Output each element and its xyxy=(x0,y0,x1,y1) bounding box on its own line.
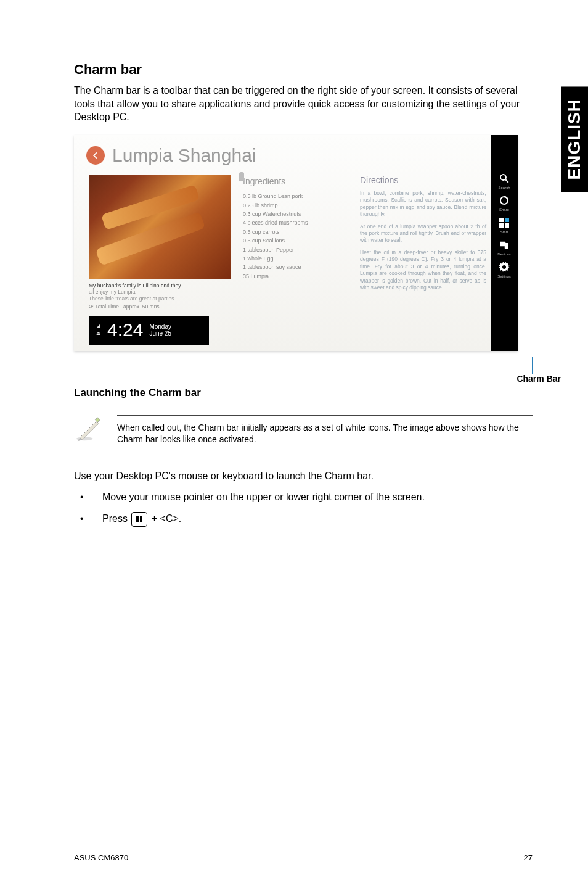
clock-day: Monday xyxy=(149,323,171,330)
ingredient-item: 4 pieces dried mushrooms xyxy=(243,218,348,227)
ingredient-item: 0.5 cup carrots xyxy=(243,228,348,236)
signal-icon: ◢ xyxy=(96,324,101,329)
ingredient-item: 0.25 lb shrimp xyxy=(243,201,348,210)
charm-devices[interactable]: Devices xyxy=(497,239,510,256)
clock-time: 4:24 xyxy=(107,320,143,340)
callout-line xyxy=(532,357,533,374)
photo-caption: My husband's family is Filipino and they… xyxy=(89,283,231,302)
ingredient-item: 0.5 cup Scallions xyxy=(243,236,348,245)
note-pencil-icon xyxy=(74,415,102,446)
intro-paragraph: The Charm bar is a toolbar that can be t… xyxy=(74,84,533,124)
recipe-photo xyxy=(89,175,231,279)
recipe-title: Lumpia Shanghai xyxy=(112,145,256,166)
subheading: Launching the Charm bar xyxy=(74,387,533,399)
pin-icon xyxy=(239,172,244,181)
charm-start[interactable]: Start xyxy=(498,217,510,234)
callout-label: Charm Bar xyxy=(517,374,561,384)
charm-settings[interactable]: Settings xyxy=(497,261,511,278)
share-icon xyxy=(498,194,510,207)
bullet-item: Press + <C>. xyxy=(78,511,533,527)
charm-share[interactable]: Share xyxy=(498,194,510,212)
direction-step: In a bowl, combine pork, shrimp, water-c… xyxy=(360,190,486,218)
ingredient-item: 0.3 cup Waterchestnuts xyxy=(243,210,348,218)
language-tab: ENGLISH xyxy=(561,86,588,192)
section-heading: Charm bar xyxy=(74,62,533,78)
ingredient-item: 1 whole Egg xyxy=(243,254,348,263)
back-icon[interactable] xyxy=(86,146,105,165)
start-icon xyxy=(498,217,510,229)
footer-model: ASUS CM6870 xyxy=(74,853,128,862)
svg-point-0 xyxy=(500,175,506,180)
charm-bar: Search Share Start Devices xyxy=(491,135,518,351)
windows-key-icon xyxy=(131,512,147,527)
svg-rect-4 xyxy=(505,243,508,249)
instruction-text: Use your Desktop PC's mouse or keyboard … xyxy=(74,471,533,482)
directions-heading: Directions xyxy=(360,175,486,186)
svg-line-1 xyxy=(505,179,508,183)
clock-overlay: ◢ ⏏ 4:24 Monday June 25 xyxy=(89,316,209,345)
ingredient-item: 1 tablespoon soy sauce xyxy=(243,263,348,271)
lock-icon: ⏏ xyxy=(96,331,101,336)
settings-icon xyxy=(498,261,510,273)
footer-page-number: 27 xyxy=(524,853,533,862)
clock-date: June 25 xyxy=(149,330,171,337)
note-text: When called out, the Charm bar initially… xyxy=(117,423,519,444)
search-icon xyxy=(498,172,510,184)
devices-icon xyxy=(498,239,510,251)
bullet-item: Move your mouse pointer on the upper or … xyxy=(78,489,533,505)
direction-step: At one end of a lumpia wrapper spoon abo… xyxy=(360,223,486,244)
ingredient-item: 0.5 lb Ground Lean pork xyxy=(243,192,348,200)
charm-search[interactable]: Search xyxy=(498,172,510,189)
total-time: ⟳ Total Time : approx. 50 mns xyxy=(89,303,231,310)
ingredient-item: 35 Lumpia xyxy=(243,272,348,281)
ingredient-item: 1 tablespoon Pepper xyxy=(243,245,348,254)
ingredients-heading: Ingredients xyxy=(243,175,348,188)
screenshot-charm-bar: Lumpia Shanghai My husband's family is F… xyxy=(74,135,518,351)
direction-step: Heat the oil in a deep-fryer or heavy sk… xyxy=(360,249,486,292)
